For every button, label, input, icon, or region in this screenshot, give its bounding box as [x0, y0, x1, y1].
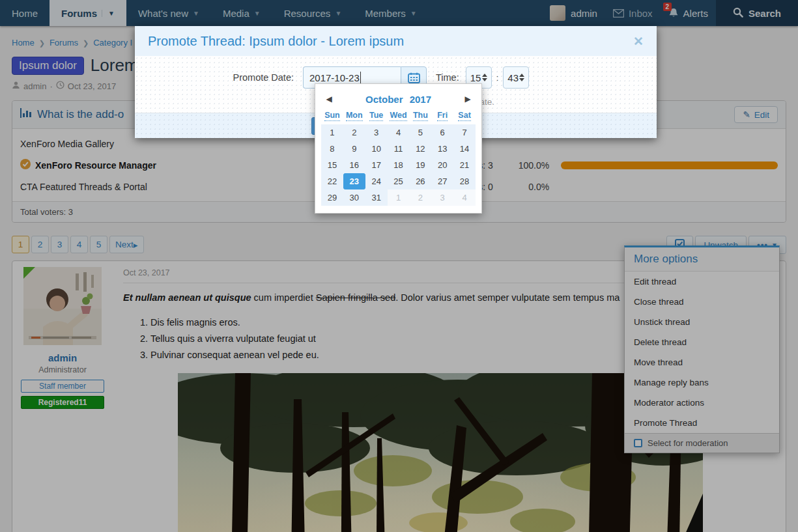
calendar-month-year: October 2017: [337, 94, 460, 105]
calendar-day[interactable]: 8: [321, 141, 343, 157]
calendar-dayname-text: Tue: [369, 111, 383, 121]
calendar-week-row: 2930311234: [321, 189, 476, 206]
calendar-dayname-sat[interactable]: Sat: [453, 111, 476, 122]
close-icon[interactable]: ✕: [633, 34, 644, 49]
calendar-icon: [408, 72, 420, 83]
calendar-day-selected[interactable]: 23: [343, 173, 365, 189]
calendar-month: October: [365, 94, 403, 105]
calendar-day[interactable]: 28: [453, 173, 476, 189]
time-label: Time:: [436, 72, 459, 83]
calendar-dayname-fri[interactable]: Fri: [431, 111, 453, 122]
calendar-dayname-text: Fri: [437, 111, 448, 121]
calendar-header: ◀ October 2017 ▶: [321, 90, 476, 108]
calendar-week-row: 22232425262728: [321, 173, 476, 189]
modal-header: Promote Thread: Ipsum dolor - Lorem ipsu…: [135, 26, 657, 56]
calendar-day[interactable]: 1: [321, 124, 343, 141]
calendar-day[interactable]: 15: [321, 157, 343, 173]
modal-title: Promote Thread: Ipsum dolor - Lorem ipsu…: [148, 34, 404, 49]
calendar-dayname-thu[interactable]: Thu: [409, 111, 431, 122]
calendar-dayname-mon[interactable]: Mon: [343, 111, 365, 122]
calendar-dayname-tue[interactable]: Tue: [365, 111, 388, 122]
calendar-day[interactable]: 4: [388, 124, 410, 141]
calendar-day[interactable]: 10: [365, 141, 388, 157]
calendar-day[interactable]: 20: [431, 157, 453, 173]
prev-month-icon[interactable]: ◀: [321, 94, 337, 104]
calendar-week-row: 15161718192021: [321, 157, 476, 173]
calendar-day[interactable]: 27: [431, 173, 453, 189]
calendar-day[interactable]: 22: [321, 173, 343, 189]
calendar-dayname-text: Thu: [413, 111, 428, 121]
calendar-day-names: SunMonTueWedThuFriSat: [321, 111, 476, 122]
calendar-dayname-wed[interactable]: Wed: [388, 111, 410, 122]
calendar-dayname-text: Sun: [324, 111, 340, 121]
calendar-day[interactable]: 12: [409, 141, 431, 157]
calendar-day[interactable]: 21: [453, 157, 476, 173]
next-month-icon[interactable]: ▶: [460, 94, 476, 104]
calendar-dayname-text: Wed: [390, 111, 406, 121]
calendar-day[interactable]: 25: [388, 173, 410, 189]
calendar-week-row: 1234567: [321, 124, 476, 141]
calendar-dayname-text: Mon: [346, 111, 363, 121]
stepper-arrows-icon[interactable]: [482, 74, 487, 81]
calendar-day[interactable]: 5: [409, 124, 431, 141]
promote-date-label: Promote Date:: [135, 72, 303, 83]
calendar-day[interactable]: 3: [431, 189, 453, 206]
calendar-day[interactable]: 26: [409, 173, 431, 189]
calendar-day[interactable]: 18: [388, 157, 410, 173]
calendar-week-row: 891011121314: [321, 141, 476, 157]
calendar-day[interactable]: 30: [343, 189, 365, 206]
calendar-day[interactable]: 11: [388, 141, 410, 157]
calendar-dayname-sun[interactable]: Sun: [321, 111, 343, 122]
minute-value: 43: [507, 72, 519, 83]
text-cursor: [360, 72, 361, 83]
stepper-arrows-icon[interactable]: [519, 74, 524, 81]
calendar-day[interactable]: 3: [365, 124, 388, 141]
calendar-day[interactable]: 24: [365, 173, 388, 189]
calendar-grid: 1234567891011121314151617181920212223242…: [321, 124, 476, 206]
hour-value: 15: [470, 72, 481, 83]
minute-stepper[interactable]: 43: [503, 66, 529, 89]
time-colon: :: [496, 73, 499, 83]
calendar-day[interactable]: 6: [431, 124, 453, 141]
calendar-day[interactable]: 17: [365, 157, 388, 173]
calendar-day[interactable]: 2: [343, 124, 365, 141]
calendar-day[interactable]: 29: [321, 189, 343, 206]
calendar-day[interactable]: 9: [343, 141, 365, 157]
calendar-day[interactable]: 14: [453, 141, 476, 157]
calendar-day[interactable]: 7: [453, 124, 476, 141]
calendar-day[interactable]: 2: [409, 189, 431, 206]
calendar-year: 2017: [410, 94, 431, 105]
calendar-dayname-text: Sat: [458, 111, 470, 121]
calendar-day[interactable]: 16: [343, 157, 365, 173]
date-picker-popup: ◀ October 2017 ▶ SunMonTueWedThuFriSat 1…: [315, 83, 482, 214]
promote-thread-modal: Promote Thread: Ipsum dolor - Lorem ipsu…: [135, 26, 657, 138]
calendar-day[interactable]: 31: [365, 189, 388, 206]
promote-date-value: 2017-10-23: [309, 72, 360, 83]
calendar-day[interactable]: 1: [388, 189, 410, 206]
calendar-day[interactable]: 4: [453, 189, 476, 206]
calendar-day[interactable]: 13: [431, 141, 453, 157]
calendar-day[interactable]: 19: [409, 157, 431, 173]
